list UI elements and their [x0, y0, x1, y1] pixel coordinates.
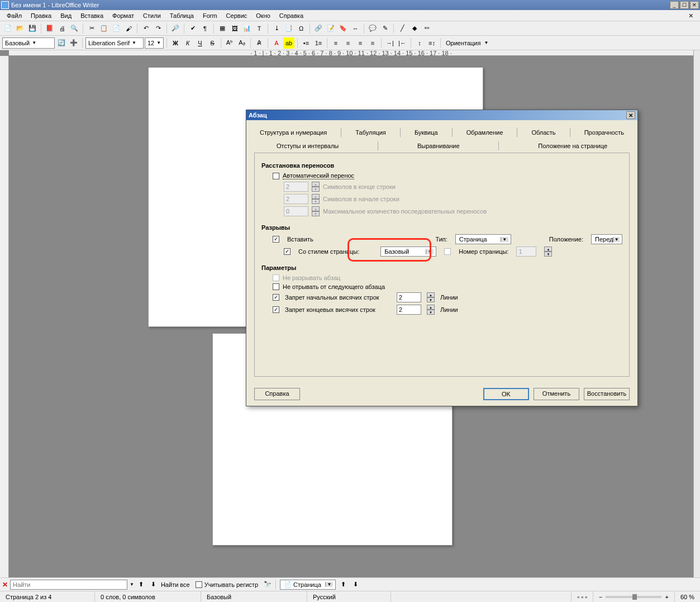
italic-icon[interactable]: К — [182, 37, 193, 49]
chart-icon[interactable]: 📊 — [241, 23, 253, 34]
help-button[interactable]: Справка — [254, 388, 300, 400]
maximize-button[interactable]: ☐ — [680, 1, 689, 9]
tab-area[interactable]: Область — [526, 128, 561, 137]
nav-next-icon[interactable]: ⬇ — [350, 580, 360, 590]
menu-form[interactable]: Form — [198, 11, 222, 20]
nonprinting-icon[interactable]: ¶ — [199, 23, 211, 34]
paragraph-style-combo[interactable]: Базовый ▼ — [2, 37, 55, 49]
spellcheck-icon[interactable]: ✔ — [187, 23, 198, 34]
page-number-checkbox[interactable] — [444, 248, 451, 255]
find-input[interactable] — [10, 580, 127, 590]
widow-lines-input[interactable]: 2 — [397, 305, 421, 315]
break-type-combo[interactable]: Страница▼ — [455, 234, 511, 244]
navigate-by-combo[interactable]: 📄 Страница▼ — [280, 580, 336, 590]
menu-window[interactable]: Окно — [251, 11, 275, 20]
undo-icon[interactable]: ↶ — [140, 23, 151, 34]
cut-icon[interactable]: ✂ — [86, 23, 97, 34]
dialog-close-button[interactable]: ✕ — [626, 111, 635, 119]
orphan-control-checkbox[interactable] — [273, 294, 279, 301]
spin-down-icon[interactable]: ▼ — [427, 297, 435, 302]
font-color-icon[interactable]: A — [271, 37, 282, 49]
paste-icon[interactable]: 📄 — [111, 23, 122, 34]
line-spacing-icon[interactable]: ↕ — [414, 37, 425, 49]
underline-icon[interactable]: Ч — [194, 37, 206, 49]
menu-table[interactable]: Таблица — [165, 11, 198, 20]
minimize-button[interactable]: _ — [670, 1, 679, 9]
status-language[interactable]: Русский — [307, 591, 391, 602]
status-wordcount[interactable]: 0 слов, 0 символов — [95, 591, 201, 602]
line-icon[interactable]: ╱ — [397, 23, 408, 34]
cancel-button[interactable]: Отменить — [534, 388, 579, 400]
tab-transparency[interactable]: Прозрачность — [579, 128, 630, 137]
match-case-checkbox[interactable] — [196, 581, 202, 588]
bookmark-icon[interactable]: 🔖 — [337, 23, 349, 34]
vertical-ruler[interactable] — [0, 56, 9, 577]
tab-tabs[interactable]: Табуляция — [350, 128, 391, 137]
align-right-icon[interactable]: ≡ — [355, 37, 366, 49]
status-view-icons[interactable]: ▫ ▫ ▫ — [572, 591, 593, 602]
menu-help[interactable]: Справка — [275, 11, 308, 20]
image-icon[interactable]: 🖼 — [229, 23, 240, 34]
subscript-icon[interactable]: Aᵦ — [236, 37, 247, 49]
zoom-slider[interactable] — [606, 596, 661, 598]
superscript-icon[interactable]: Aᵇ — [224, 37, 235, 49]
widow-control-checkbox[interactable] — [273, 306, 279, 313]
find-icon[interactable]: 🔎 — [170, 23, 181, 34]
with-page-style-checkbox[interactable] — [284, 248, 291, 255]
align-left-icon[interactable]: ≡ — [330, 37, 341, 49]
highlight-icon[interactable]: ab — [283, 37, 294, 49]
menu-file[interactable]: Файл — [2, 11, 26, 20]
save-icon[interactable]: 💾 — [27, 23, 38, 34]
status-page[interactable]: Страница 2 из 4 — [0, 591, 95, 602]
table-icon[interactable]: ▦ — [217, 23, 228, 34]
zoom-in-icon[interactable]: + — [665, 594, 668, 600]
tab-borders[interactable]: Обрамление — [461, 128, 509, 137]
special-char-icon[interactable]: Ω — [296, 23, 307, 34]
para-spacing-icon[interactable]: ≡↕ — [426, 37, 437, 49]
pagebreak-icon[interactable]: ⤓ — [271, 23, 282, 34]
menu-format[interactable]: Формат — [108, 11, 139, 20]
spin-up-icon[interactable]: ▲ — [427, 292, 435, 297]
orientation-label[interactable]: Ориентация — [444, 40, 483, 46]
copy-icon[interactable]: 📋 — [98, 23, 109, 34]
menu-tools[interactable]: Сервис — [222, 11, 252, 20]
print-preview-icon[interactable]: 🔍 — [69, 23, 80, 34]
indent-increase-icon[interactable]: →| — [384, 37, 396, 49]
indent-decrease-icon[interactable]: |← — [397, 37, 408, 49]
orphan-lines-input[interactable]: 2 — [397, 292, 421, 302]
footnote-icon[interactable]: 📝 — [325, 23, 336, 34]
hyperlink-icon[interactable]: 🔗 — [313, 23, 324, 34]
bold-icon[interactable]: Ж — [170, 37, 181, 49]
menu-insert[interactable]: Вставка — [76, 11, 108, 20]
align-center-icon[interactable]: ≡ — [342, 37, 354, 49]
shapes-icon[interactable]: ◆ — [409, 23, 420, 34]
tab-text-flow[interactable]: Положение на странице — [532, 141, 613, 150]
vertical-scrollbar[interactable] — [693, 50, 700, 577]
tab-indents[interactable]: Отступы и интервалы — [271, 141, 344, 150]
reset-button[interactable]: Восстановить — [584, 388, 630, 400]
open-icon[interactable]: 📂 — [15, 23, 26, 34]
auto-hyphen-checkbox[interactable] — [273, 173, 279, 179]
close-button[interactable]: ✕ — [690, 1, 699, 9]
break-position-combo[interactable]: Перед▼ — [591, 234, 622, 244]
status-zoom[interactable]: 60 % — [674, 591, 700, 602]
findbar-close-icon[interactable]: ✕ — [2, 581, 8, 589]
menu-styles[interactable]: Стили — [139, 11, 165, 20]
doc-close-icon[interactable]: × — [684, 10, 698, 21]
find-prev-icon[interactable]: ⬆ — [136, 580, 146, 590]
font-name-combo[interactable]: Liberation Serif ▼ — [85, 37, 144, 49]
findbar-binoculars-icon[interactable]: 🔭 — [264, 581, 272, 588]
textbox-icon[interactable]: T — [254, 23, 265, 34]
menu-edit[interactable]: Правка — [26, 11, 56, 20]
track-changes-icon[interactable]: ✎ — [379, 23, 391, 34]
find-all-label[interactable]: Найти все — [161, 581, 190, 588]
menu-view[interactable]: Вид — [56, 11, 76, 20]
clear-format-icon[interactable]: A̷ — [254, 37, 265, 49]
new-style-icon[interactable]: ➕ — [68, 37, 79, 49]
format-paint-icon[interactable]: 🖌 — [123, 23, 134, 34]
tab-alignment[interactable]: Выравнивание — [412, 141, 465, 150]
tab-outline[interactable]: Структура и нумерация — [254, 128, 332, 137]
export-pdf-icon[interactable]: 📕 — [44, 23, 55, 34]
horizontal-ruler[interactable]: · 1 · | · 1 · 2 · 3 · 4 · 5 · 6 · 7 · 8 … — [9, 50, 693, 56]
strikethrough-icon[interactable]: S — [207, 37, 218, 49]
